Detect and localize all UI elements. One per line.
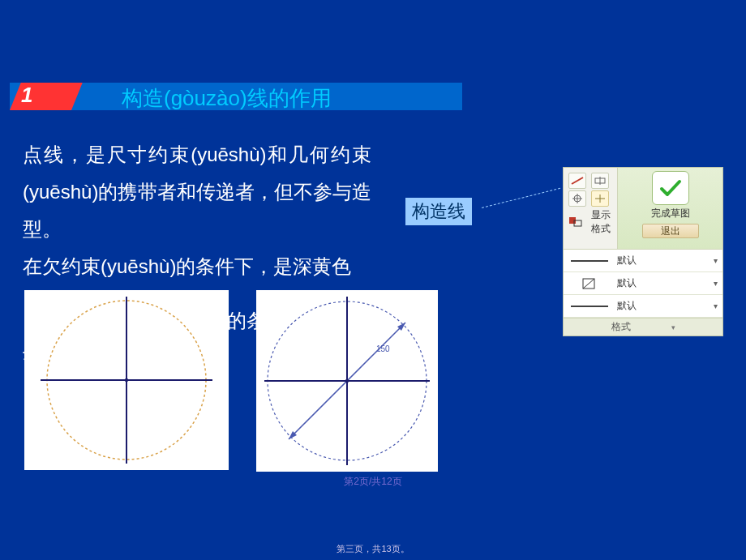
section-header: 1 构造(gòuzào)线的作用 — [10, 83, 462, 110]
paragraph-2a: 在欠约束(yuēshù)的条件下，是深黄色 — [23, 248, 351, 285]
construction-line-label: 构造线 — [405, 198, 472, 225]
center-point-icon[interactable] — [568, 190, 586, 207]
section-number: 1 — [21, 83, 32, 108]
crosshair-icon[interactable] — [591, 190, 609, 207]
svg-line-23 — [583, 279, 594, 289]
panel-footer: 格式▾ — [564, 318, 722, 336]
solid-line-swatch — [568, 255, 611, 267]
svg-line-11 — [572, 177, 583, 184]
page-number-outer: 第三页，共13页。 — [0, 543, 746, 555]
dim-value: 150 — [376, 344, 390, 353]
svg-point-3 — [125, 378, 128, 382]
figures: 150 — [24, 290, 462, 472]
exit-button[interactable]: 退出 — [642, 224, 699, 238]
centerline-icon[interactable] — [591, 173, 609, 189]
body-text: 点线，是尺寸约束(yuēshù)和几何约束(yuēshù)的携带者和传递者，但不… — [23, 136, 371, 285]
show-format-icon[interactable] — [568, 214, 583, 230]
hatch-swatch — [568, 278, 611, 289]
chevron-down-icon: ▾ — [714, 279, 718, 288]
finish-sketch-button[interactable] — [652, 171, 689, 205]
svg-point-10 — [345, 379, 349, 383]
linetype-row-3[interactable]: 默认 ▾ — [564, 295, 722, 318]
format-panel: 显示格式 完成草图 退出 默认 ▾ 默认 ▾ — [563, 167, 723, 336]
figure-dim-circle: 150 — [256, 290, 438, 472]
chevron-down-icon: ▾ — [714, 256, 718, 265]
finish-sketch-label: 完成草图 — [651, 207, 690, 220]
linetype-row-1[interactable]: 默认 ▾ — [564, 250, 722, 272]
section-title: 构造(gòuzào)线的作用 — [122, 84, 332, 113]
chevron-down-icon: ▾ — [671, 323, 675, 331]
figure-unconstrained-circle — [24, 290, 229, 470]
leader-line — [482, 188, 560, 208]
paragraph-1: 点线，是尺寸约束(yuēshù)和几何约束(yuēshù)的携带者和传递者，但不… — [23, 136, 371, 248]
section-number-badge: 1 — [10, 83, 83, 110]
show-format-label: 显示格式 — [591, 208, 614, 236]
chevron-down-icon: ▾ — [714, 301, 718, 310]
solid-line-swatch-2 — [568, 301, 611, 312]
construction-line-icon[interactable] — [568, 173, 586, 189]
linetype-row-2[interactable]: 默认 ▾ — [564, 272, 722, 295]
page-number-inner: 第2页/共12页 — [0, 475, 746, 489]
